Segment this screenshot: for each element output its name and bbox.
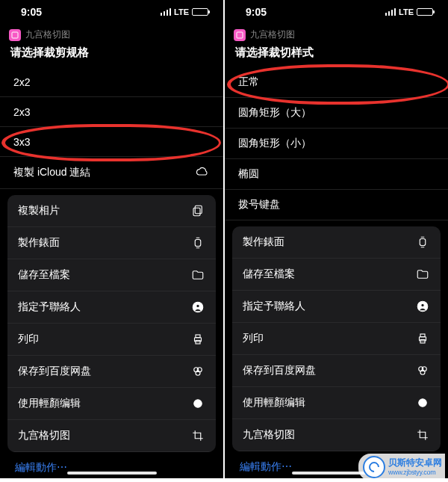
action-label: 九宫格切图	[243, 428, 295, 442]
option-label: 拨号键盘	[238, 198, 280, 211]
action-light-face-edit[interactable]: 使用輕顏编辑	[7, 388, 216, 420]
action-label: 指定予聯絡人	[18, 300, 81, 314]
action-label: 保存到百度网盘	[243, 364, 316, 377]
action-label: 指定予聯絡人	[243, 300, 305, 313]
action-label: 使用輕顏编辑	[18, 397, 81, 410]
action-save-file[interactable]: 儲存至檔案	[7, 259, 216, 291]
svg-rect-18	[420, 334, 425, 337]
option-label: 3x3	[13, 136, 31, 148]
action-save-file[interactable]: 儲存至檔案	[232, 259, 441, 291]
action-label: 製作錶面	[18, 236, 60, 250]
baidu-icon	[190, 364, 205, 379]
cloud-icon	[195, 165, 210, 180]
baidu-icon	[415, 363, 430, 378]
watermark-text: 贝斯特安卓网	[388, 458, 442, 468]
watermark: 贝斯特安卓网 www.zjbstyy.com	[358, 454, 445, 481]
svg-rect-1	[195, 206, 202, 214]
app-header: 九宫格切图	[225, 24, 448, 43]
status-time: 9:05	[21, 6, 42, 18]
folder-icon	[415, 267, 430, 282]
action-label: 使用輕顏编辑	[243, 396, 305, 410]
svg-rect-14	[420, 239, 426, 246]
option-icloud-link[interactable]: 複製 iCloud 連結	[0, 157, 223, 189]
option-label: 椭圆	[238, 167, 259, 181]
option-2x2[interactable]: 2x2	[0, 67, 223, 97]
app-name: 九宫格切图	[25, 28, 70, 41]
action-create-watchface[interactable]: 製作錶面	[7, 227, 216, 259]
battery-icon	[417, 8, 433, 16]
svg-rect-19	[420, 340, 425, 344]
app-icon	[234, 29, 246, 41]
app-header: 九宫格切图	[0, 24, 223, 43]
action-label: 列印	[18, 333, 39, 346]
action-print[interactable]: 列印	[7, 324, 216, 356]
status-icons: LTE	[161, 7, 208, 16]
app-icon	[9, 29, 21, 41]
status-bar: 9:05 LTE	[0, 0, 223, 24]
signal-icon	[385, 8, 396, 16]
actions-block: 複製相片 製作錶面 儲存至檔案 指定予聯絡人 列印 保存到百度网盘 使用輕顏编辑…	[7, 195, 216, 452]
option-2x3[interactable]: 2x3	[0, 97, 223, 127]
option-3x3[interactable]: 3x3	[0, 127, 223, 157]
action-light-face-edit[interactable]: 使用輕顏编辑	[232, 387, 441, 419]
battery-icon	[192, 8, 208, 16]
home-indicator[interactable]	[67, 472, 157, 475]
app-name: 九宫格切图	[250, 28, 295, 41]
action-label: 儲存至檔案	[18, 268, 70, 282]
action-label: 儲存至檔案	[243, 268, 295, 281]
svg-rect-3	[195, 240, 201, 247]
copy-icon	[190, 203, 205, 218]
action-label: 製作錶面	[243, 235, 284, 249]
action-assign-contact[interactable]: 指定予聯絡人	[7, 291, 216, 324]
status-time: 9:05	[246, 6, 267, 18]
action-copy-photo[interactable]: 複製相片	[7, 195, 216, 227]
svg-point-23	[419, 399, 427, 407]
watermark-url: www.zjbstyy.com	[388, 469, 442, 476]
contact-icon	[190, 300, 205, 315]
option-normal[interactable]: 正常	[225, 67, 448, 98]
print-icon	[415, 331, 430, 346]
svg-rect-8	[196, 341, 200, 344]
action-grid-cut[interactable]: 九宫格切图	[232, 419, 441, 451]
option-label: 2x2	[13, 76, 31, 88]
screen-title: 请选择裁剪规格	[0, 43, 223, 67]
status-bar: 9:05 LTE	[225, 0, 448, 24]
status-icons: LTE	[385, 7, 433, 16]
option-round-large[interactable]: 圆角矩形（大）	[225, 98, 448, 129]
option-label: 複製 iCloud 連結	[13, 166, 90, 179]
screen-title: 请选择裁切样式	[225, 43, 448, 67]
option-dialpad[interactable]: 拨号键盘	[225, 190, 448, 220]
action-baidu-pan[interactable]: 保存到百度网盘	[7, 356, 216, 388]
contact-icon	[415, 299, 430, 314]
network-label: LTE	[174, 7, 189, 16]
action-baidu-pan[interactable]: 保存到百度网盘	[232, 355, 441, 387]
signal-icon	[161, 8, 172, 16]
action-grid-cut[interactable]: 九宫格切图	[7, 420, 216, 452]
circle-icon	[415, 395, 430, 410]
action-create-watchface[interactable]: 製作錶面	[232, 226, 441, 259]
action-label: 九宫格切图	[18, 429, 70, 442]
action-label: 保存到百度网盘	[18, 365, 91, 378]
svg-point-16	[421, 303, 425, 307]
option-ellipse[interactable]: 椭圆	[225, 159, 448, 190]
svg-rect-7	[196, 335, 200, 338]
option-label: 2x3	[13, 106, 31, 118]
right-screenshot: 9:05 LTE 九宫格切图 请选择裁切样式 正常 圆角矩形（大） 圆角矩形（小…	[225, 0, 448, 478]
svg-rect-0	[12, 32, 18, 38]
action-print[interactable]: 列印	[232, 323, 441, 355]
watermark-logo-icon	[363, 456, 385, 478]
option-label: 圆角矩形（小）	[238, 137, 311, 150]
action-label: 列印	[243, 332, 264, 345]
circle-icon	[190, 396, 205, 411]
crop-icon	[190, 428, 205, 443]
actions-block: 製作錶面 儲存至檔案 指定予聯絡人 列印 保存到百度网盘 使用輕顏编辑 九宫格切…	[232, 226, 441, 451]
crop-icon	[415, 427, 430, 442]
action-label: 複製相片	[18, 204, 60, 217]
option-label: 圆角矩形（大）	[238, 106, 311, 120]
action-assign-contact[interactable]: 指定予聯絡人	[232, 291, 441, 323]
svg-rect-13	[237, 32, 243, 38]
option-label: 正常	[238, 75, 259, 89]
svg-point-12	[194, 400, 202, 408]
left-screenshot: 9:05 LTE 九宫格切图 请选择裁剪规格 2x2 2x3 3x3 複製 iC…	[0, 0, 223, 478]
option-round-small[interactable]: 圆角矩形（小）	[225, 129, 448, 159]
